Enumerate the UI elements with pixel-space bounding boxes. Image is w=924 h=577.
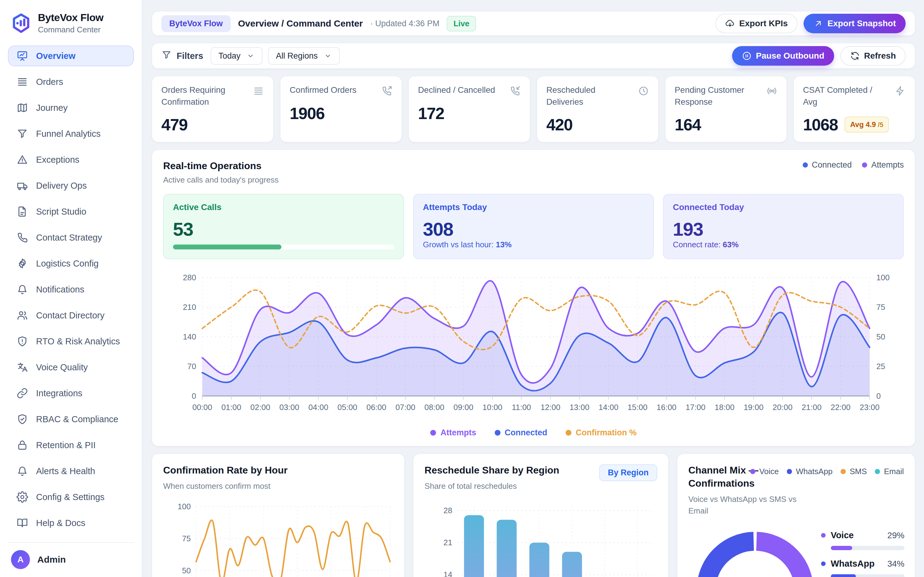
sidebar-item-voice-quality[interactable]: Voice Quality [8,357,134,378]
sidebar-item-label: Voice Quality [36,363,88,372]
svg-text:210: 210 [183,303,196,312]
confirmation-rate-subtitle: When customers confirm most [163,480,393,492]
channel-label: Voice [831,530,854,540]
kpi-label: Rescheduled Deliveries [546,84,627,108]
live-badge: Live [447,16,476,31]
pause-outbound-button[interactable]: Pause Outbound [732,46,834,66]
channel-mix-donut [691,526,819,577]
sidebar-item-label: Script Studio [36,207,86,217]
export-kpis-button[interactable]: Export KPIs [715,14,798,33]
realtime-header-legend: ConnectedAttempts [803,160,904,170]
channel-row-voice: Voice 29% [821,530,905,550]
kpi-label: Declined / Cancelled [418,84,495,96]
svg-text:70: 70 [187,362,196,371]
sidebar-item-label: Journey [36,103,68,113]
list-lines-icon [16,76,28,88]
region-select[interactable]: All Regions [268,47,340,65]
zap-icon [895,85,906,97]
svg-text:18:00: 18:00 [715,403,735,412]
stat-card-attempts-today: Attempts Today 308Growth vs last hour: 1… [413,194,654,259]
sidebar-item-delivery-ops[interactable]: Delivery Ops [8,175,134,196]
user-name: Admin [37,554,66,565]
sidebar-item-label: Delivery Ops [36,181,87,191]
confirmation-rate-title: Confirmation Rate by Hour [163,464,393,477]
svg-text:50: 50 [182,566,191,575]
list-lines-icon [253,85,264,97]
channel-mix-subtitle: Voice vs WhatsApp vs SMS vs Email [688,494,808,517]
sidebar-user[interactable]: A Admin [8,542,134,569]
sidebar-item-retention-pii[interactable]: Retention & PII [8,435,134,456]
kpi-label: Pending Customer Response [675,84,755,108]
sidebar-item-funnel-analytics[interactable]: Funnel Analytics [8,123,134,144]
donut-svg [691,526,819,577]
alert-triangle-icon [16,154,28,166]
stat-value: 308 [423,218,644,240]
svg-text:19:00: 19:00 [744,403,764,412]
presentation-chart-icon [16,50,28,62]
sidebar-item-integrations[interactable]: Integrations [8,383,134,404]
breadcrumb: Overview / Command Center [238,18,363,29]
app-subtitle: Command Center [38,25,103,34]
svg-text:25: 25 [876,362,885,371]
svg-text:16:00: 16:00 [657,403,677,412]
legend-item-connected: Connected [803,160,852,170]
kpi-label: CSAT Completed / Avg [803,84,883,108]
sidebar-item-contact-directory[interactable]: Contact Directory [8,305,134,326]
chevron-down-icon [247,52,255,60]
channel-row-whatsapp: WhatsApp 34% [821,559,905,577]
svg-text:02:00: 02:00 [250,403,270,412]
svg-text:09:00: 09:00 [454,403,473,412]
pause-circle-icon [742,51,752,61]
phone-incoming-icon [510,85,521,97]
sidebar-item-logistics-config[interactable]: Logistics Config [8,253,134,274]
filters-label-text: Filters [177,51,203,61]
sidebar-item-script-studio[interactable]: Script Studio [8,201,134,222]
funnel-icon [162,50,172,62]
legend-item-sms: SMS [841,467,867,476]
svg-text:14:00: 14:00 [599,403,619,412]
sidebar-item-overview[interactable]: Overview [8,45,134,66]
legend-item-attempts: Attempts [430,428,476,437]
export-snapshot-button[interactable]: Export Snapshot [804,14,906,33]
sidebar-item-help-docs[interactable]: Help & Docs [8,513,134,533]
svg-text:22:00: 22:00 [831,403,851,412]
sidebar-item-label: Help & Docs [36,518,85,528]
app-logo: ByteVox Flow Command Center [8,9,134,42]
sidebar-item-rto-risk-analytics[interactable]: RTO & Risk Analytics [8,331,134,352]
funnel-icon [16,128,28,140]
sidebar-nav: Overview Orders Journey Funnel Analytics… [8,45,134,542]
updated-timestamp: · Updated 4:36 PM [370,19,440,28]
sidebar-item-label: Notifications [36,285,84,295]
sidebar-item-label: Overview [36,51,76,61]
realtime-subtitle: Active calls and today's progress [163,175,279,185]
stat-label: Attempts Today [423,202,644,212]
svg-text:280: 280 [183,273,196,282]
svg-text:08:00: 08:00 [425,403,444,412]
button-label: Export KPIs [739,19,788,28]
by-region-button[interactable]: By Region [599,464,657,481]
sidebar-item-config-settings[interactable]: Config & Settings [8,487,134,508]
sidebar-item-rbac-compliance[interactable]: RBAC & Compliance [8,409,134,430]
sidebar-item-exceptions[interactable]: Exceptions [8,149,134,170]
stat-card-active-calls: Active Calls 53 [163,194,404,259]
svg-text:100: 100 [876,273,890,282]
confirmation-rate-card: Confirmation Rate by Hour When customers… [152,454,404,577]
funnel-icon [162,50,172,60]
sidebar-item-alerts-health[interactable]: Alerts & Health [8,461,134,482]
reschedule-bars-svg: 142128 [425,501,657,577]
channel-mix-list: Voice 29% WhatsApp 34% [821,530,905,577]
svg-text:0: 0 [192,392,196,401]
svg-text:10:00: 10:00 [483,403,502,412]
sidebar-item-orders[interactable]: Orders [8,71,134,92]
date-range-select[interactable]: Today [210,47,262,65]
svg-text:15:00: 15:00 [628,403,648,412]
select-value: All Regions [276,51,318,61]
filter-selects: TodayAll Regions [210,47,345,65]
kpi-label: Confirmed Orders [290,84,357,96]
sidebar-item-notifications[interactable]: Notifications [8,279,134,300]
kpi-value: 172 [418,104,444,123]
sidebar-item-journey[interactable]: Journey [8,97,134,118]
languages-icon [16,361,28,373]
refresh-button[interactable]: Refresh [840,46,906,66]
sidebar-item-contact-strategy[interactable]: Contact Strategy [8,227,134,248]
